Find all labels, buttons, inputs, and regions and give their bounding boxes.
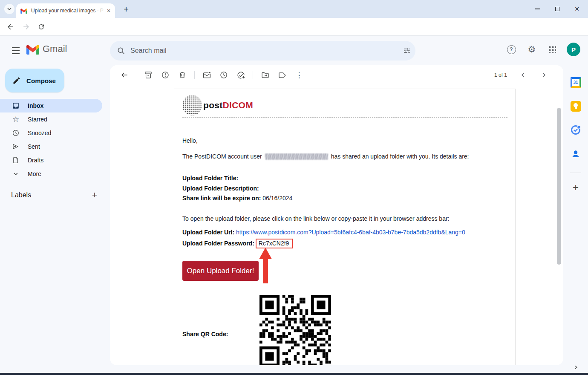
tab-search-button[interactable] — [4, 4, 14, 14]
labels-heading: Labels — [11, 191, 31, 199]
search-input[interactable] — [130, 47, 398, 55]
reload-button[interactable] — [36, 21, 47, 32]
mark-unread-button[interactable] — [198, 66, 215, 84]
intro-text: The PostDICOM account userhas shared an … — [182, 153, 469, 160]
qr-code-image — [259, 295, 331, 365]
sidebar-item-label: More — [28, 170, 41, 177]
folder-description-label: Upload Folder Description: — [182, 185, 259, 192]
open-upload-folder-button[interactable]: Open Upload Folder! — [182, 261, 259, 281]
calendar-button[interactable]: 31 — [570, 76, 582, 88]
keep-button[interactable] — [570, 100, 582, 112]
pencil-icon — [12, 76, 21, 85]
window-minimize-button[interactable] — [534, 6, 541, 12]
gmail-logo: Gmail — [26, 43, 67, 55]
move-folder-icon — [261, 71, 270, 80]
label-tag-icon — [278, 71, 287, 80]
sidebar: Compose Inbox ☆ Starred Snoozed — [0, 65, 109, 373]
get-addons-button[interactable]: + — [573, 182, 579, 193]
forward-button[interactable] — [20, 21, 32, 32]
report-spam-button[interactable] — [157, 66, 174, 84]
scrollbar-thumb[interactable] — [557, 108, 561, 265]
new-tab-button[interactable]: + — [121, 4, 132, 15]
qr-code-label: Share QR Code: — [182, 331, 228, 338]
sidebar-item-starred[interactable]: ☆ Starred — [0, 112, 102, 126]
tasks-button[interactable] — [570, 124, 582, 136]
compose-label: Compose — [26, 77, 56, 84]
sidebar-item-snoozed[interactable]: Snoozed — [0, 126, 102, 140]
draft-file-icon — [12, 156, 20, 164]
side-panel-toggle[interactable] — [573, 364, 579, 370]
search-bar[interactable] — [110, 41, 415, 61]
tab-close-button[interactable]: ✕ — [105, 7, 112, 14]
sidebar-item-label: Sent — [28, 143, 40, 150]
settings-button[interactable]: ⚙ — [526, 43, 538, 55]
postdicom-logo: postDICOM — [182, 95, 253, 115]
chevron-down-icon — [7, 6, 12, 12]
side-panel-rail: 31 + — [563, 65, 588, 373]
delete-button[interactable] — [174, 66, 191, 84]
more-options-button[interactable]: ⋮ — [291, 66, 308, 84]
reload-icon — [37, 23, 45, 31]
window-maximize-button[interactable] — [554, 6, 561, 12]
help-icon: ? — [507, 45, 516, 54]
calendar-icon: 31 — [571, 77, 581, 88]
snooze-button[interactable] — [215, 66, 232, 84]
window-close-button[interactable]: ✕ — [574, 6, 580, 12]
star-icon: ☆ — [12, 115, 20, 124]
contacts-button[interactable] — [570, 148, 582, 160]
keep-icon — [571, 101, 581, 112]
sidebar-item-drafts[interactable]: Drafts — [0, 153, 102, 167]
sidebar-item-sent[interactable]: Sent — [0, 140, 102, 153]
search-filter-icon[interactable] — [403, 46, 411, 55]
gmail-wordmark: Gmail — [43, 43, 67, 55]
labels-button[interactable] — [274, 66, 291, 84]
archive-button[interactable] — [140, 66, 157, 84]
older-button[interactable] — [535, 66, 552, 84]
upload-folder-link[interactable]: https://www.postdicom.com?Upload=5bf6afc… — [236, 229, 465, 236]
dashed-divider — [182, 117, 507, 118]
report-spam-icon — [161, 71, 170, 79]
sidebar-item-inbox[interactable]: Inbox — [0, 99, 102, 112]
pagination-label: 1 of 1 — [494, 72, 507, 78]
gear-icon: ⚙ — [528, 44, 536, 55]
expire-line: Share link will be expire on: 06/16/2024 — [182, 195, 292, 202]
google-apps-button[interactable] — [546, 43, 558, 55]
chevron-down-icon — [12, 170, 20, 178]
compose-button[interactable]: Compose — [5, 69, 64, 92]
back-button[interactable] — [5, 21, 16, 32]
gmail-app: Gmail ? ⚙ P Compose — [0, 36, 588, 373]
chevron-left-icon — [520, 72, 527, 78]
add-to-tasks-button[interactable] — [232, 66, 249, 84]
move-to-button[interactable] — [257, 66, 274, 84]
greeting-text: Hello, — [182, 137, 198, 144]
sidebar-item-label: Drafts — [28, 157, 43, 164]
archive-icon — [144, 71, 153, 79]
brand-word-dicom: DICOM — [223, 100, 254, 110]
instruction-text: To open the upload folder, please click … — [182, 215, 449, 222]
dotted-globe-icon — [182, 95, 202, 115]
browser-tab[interactable]: Upload your medical images - P ✕ — [16, 3, 115, 18]
brand-word-post: post — [203, 100, 223, 110]
sidebar-item-label: Snoozed — [28, 130, 51, 136]
inbox-icon — [12, 101, 20, 110]
folder-title-label: Upload Folder Title: — [182, 175, 238, 182]
sidebar-item-label: Inbox — [28, 102, 43, 109]
help-button[interactable]: ? — [505, 43, 517, 55]
back-to-inbox-button[interactable] — [116, 66, 133, 84]
password-value-annotated: Rc7xCN2f9 — [256, 239, 293, 248]
sidebar-item-more[interactable]: More — [0, 167, 102, 181]
main-menu-button[interactable] — [10, 45, 21, 56]
create-label-button[interactable]: + — [89, 190, 100, 200]
account-avatar[interactable]: P — [567, 43, 580, 56]
email-body: postDICOM Hello, The PostDICOM account u… — [174, 89, 516, 365]
password-line: Upload Folder Password:Rc7xCN2f9 — [182, 239, 293, 248]
annotation-arrow-icon — [259, 248, 272, 283]
newer-button[interactable] — [515, 66, 532, 84]
back-arrow-icon — [6, 23, 15, 31]
trash-icon — [178, 71, 187, 79]
apps-grid-icon — [548, 46, 556, 53]
window-bottom-edge — [0, 373, 588, 375]
gmail-favicon — [20, 8, 27, 14]
browser-titlebar: Upload your medical images - P ✕ + ✕ — [0, 0, 588, 18]
back-arrow-icon — [120, 71, 129, 79]
